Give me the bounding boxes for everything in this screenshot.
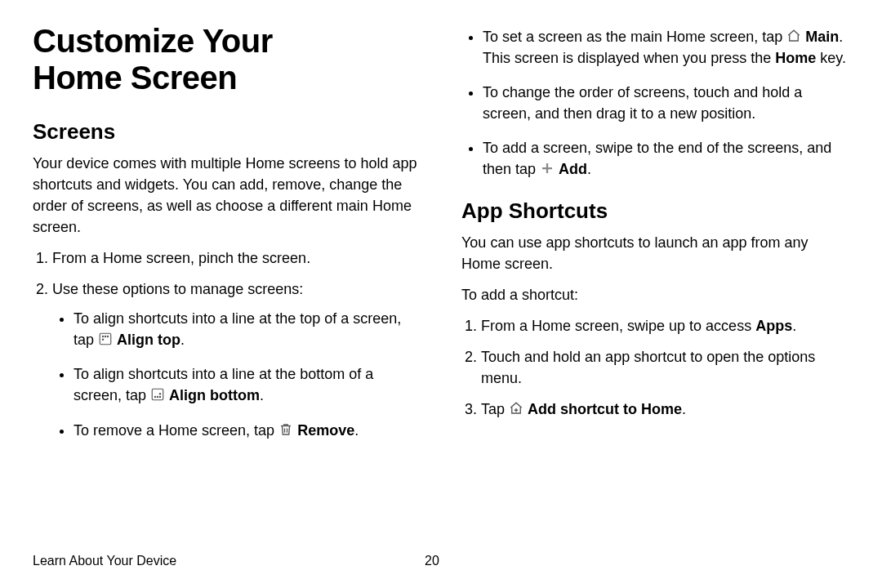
option-main-homekey: Home [775, 50, 816, 66]
footer-page-number: 20 [425, 554, 439, 568]
svg-point-8 [157, 396, 158, 398]
shortcut-step-1: From a Home screen, swipe up to access A… [481, 315, 849, 336]
option-add-label: Add [559, 161, 587, 177]
svg-point-9 [159, 396, 161, 398]
screens-steps: From a Home screen, pinch the screen. Us… [33, 247, 421, 441]
option-align-bottom-label: Align bottom [169, 387, 260, 403]
option-main: To set a screen as the main Home screen,… [483, 26, 849, 69]
app-shortcuts-intro: You can use app shortcuts to launch an a… [461, 232, 849, 274]
option-main-end: key. [816, 50, 846, 66]
option-main-pre: To set a screen as the main Home screen,… [483, 29, 786, 45]
svg-point-4 [102, 339, 104, 341]
option-add-pre: To add a screen, swipe to the end of the… [483, 140, 831, 177]
option-align-bottom: To align shortcuts into a line at the bo… [74, 363, 421, 406]
svg-rect-5 [152, 390, 163, 401]
home-icon [786, 29, 801, 43]
screens-step-2-text: Use these options to manage screens: [52, 281, 303, 297]
right-column: To set a screen as the main Home screen,… [461, 23, 849, 454]
shortcut-step-3: Tap Add shortcut to Home. [481, 399, 849, 420]
trash-icon [278, 422, 293, 437]
app-shortcuts-lead: To add a shortcut: [461, 284, 849, 305]
align-top-icon [98, 332, 113, 346]
page-footer: Learn About Your Device 20 [33, 554, 849, 568]
page-title-line1: Customize Your [33, 23, 273, 59]
svg-point-1 [102, 336, 104, 337]
shortcut-step3-pre: Tap [481, 401, 509, 417]
screens-step-1: From a Home screen, pinch the screen. [52, 247, 421, 269]
option-align-top: To align shortcuts into a line at the to… [74, 308, 421, 350]
home-plus-icon [509, 401, 523, 416]
app-shortcuts-heading: App Shortcuts [461, 198, 849, 224]
page-title: Customize Your Home Screen [33, 23, 421, 96]
svg-rect-0 [100, 334, 111, 345]
shortcut-step3-label: Add shortcut to Home [528, 401, 682, 417]
option-reorder: To change the order of screens, touch an… [483, 82, 849, 124]
footer-section: Learn About Your Device [33, 554, 176, 568]
screens-options-continued: To set a screen as the main Home screen,… [461, 26, 849, 180]
app-shortcuts-steps: From a Home screen, swipe up to access A… [461, 315, 849, 420]
svg-point-2 [105, 336, 106, 337]
shortcut-step1-text: From a Home screen, swipe up to access [481, 318, 755, 334]
screens-step-2: Use these options to manage screens: To … [52, 278, 421, 441]
option-add-screen: To add a screen, swipe to the end of the… [483, 137, 849, 180]
screens-options-list: To align shortcuts into a line at the to… [52, 308, 421, 440]
plus-icon [540, 161, 555, 176]
page-title-line2: Home Screen [33, 60, 237, 96]
screens-intro: Your device comes with multiple Home scr… [33, 153, 421, 238]
align-bottom-icon [150, 387, 165, 402]
option-remove-label: Remove [297, 422, 354, 439]
shortcut-step1-apps: Apps [755, 318, 792, 334]
shortcut-step-2: Touch and hold an app shortcut to open t… [481, 346, 849, 389]
svg-point-7 [154, 396, 156, 398]
option-align-top-label: Align top [117, 332, 180, 348]
svg-point-6 [159, 393, 161, 394]
screens-heading: Screens [33, 119, 421, 145]
left-column: Customize Your Home Screen Screens Your … [33, 23, 421, 454]
option-remove: To remove a Home screen, tap Remove. [74, 420, 421, 441]
svg-point-3 [107, 336, 109, 337]
option-main-label: Main [805, 29, 839, 45]
option-remove-text: To remove a Home screen, tap [74, 422, 278, 439]
